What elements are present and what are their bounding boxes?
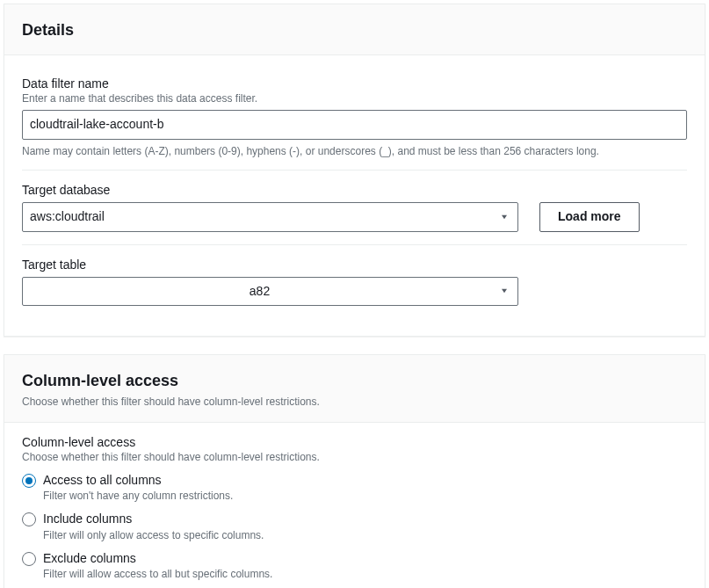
radio-desc: Filter won't have any column restriction… [43,490,233,502]
details-body: Data filter name Enter a name that descr… [4,55,705,336]
target-table-label: Target table [22,258,687,272]
target-database-select[interactable]: aws:cloudtrail [22,202,518,232]
filter-name-desc: Enter a name that describes this data ac… [22,92,687,105]
radio-icon [22,552,36,566]
target-database-group: Target database aws:cloudtrail Load more [22,170,687,244]
column-access-subdesc: Choose whether this filter should have c… [22,396,687,408]
radio-icon [22,512,36,526]
column-access-section-label: Column-level access [22,435,687,449]
radio-desc: Filter will only allow access to specifi… [43,529,264,541]
details-title: Details [22,20,687,40]
target-database-select-wrap: aws:cloudtrail [22,202,518,232]
filter-name-hint: Name may contain letters (A-Z), numbers … [22,145,687,157]
column-access-title: Column-level access [22,371,687,391]
radio-label: Include columns [43,511,264,528]
load-more-button[interactable]: Load more [539,202,640,232]
radio-desc: Filter will allow access to all but spec… [43,568,272,580]
details-header: Details [4,4,705,55]
radio-include-columns[interactable]: Include columns Filter will only allow a… [22,507,687,547]
details-panel: Details Data filter name Enter a name th… [4,4,705,337]
radio-access-all-columns[interactable]: Access to all columns Filter won't have … [22,468,687,508]
target-table-select-wrap: a82 [22,277,518,307]
filter-name-label: Data filter name [22,76,687,91]
filter-name-group: Data filter name Enter a name that descr… [22,68,687,170]
filter-name-input[interactable] [22,110,687,140]
radio-icon [22,474,36,488]
column-access-section-desc: Choose whether this filter should have c… [22,451,687,463]
radio-label: Access to all columns [43,472,233,490]
radio-exclude-columns[interactable]: Exclude columns Filter will allow access… [22,547,687,586]
target-table-select[interactable]: a82 [22,277,518,307]
target-database-label: Target database [22,183,687,197]
column-access-body: Column-level access Choose whether this … [4,423,705,588]
radio-label: Exclude columns [43,550,272,568]
column-access-panel: Column-level access Choose whether this … [4,354,705,588]
column-access-radio-group: Access to all columns Filter won't have … [22,468,687,586]
column-access-header: Column-level access Choose whether this … [4,355,705,422]
target-table-group: Target table a82 [22,244,687,319]
